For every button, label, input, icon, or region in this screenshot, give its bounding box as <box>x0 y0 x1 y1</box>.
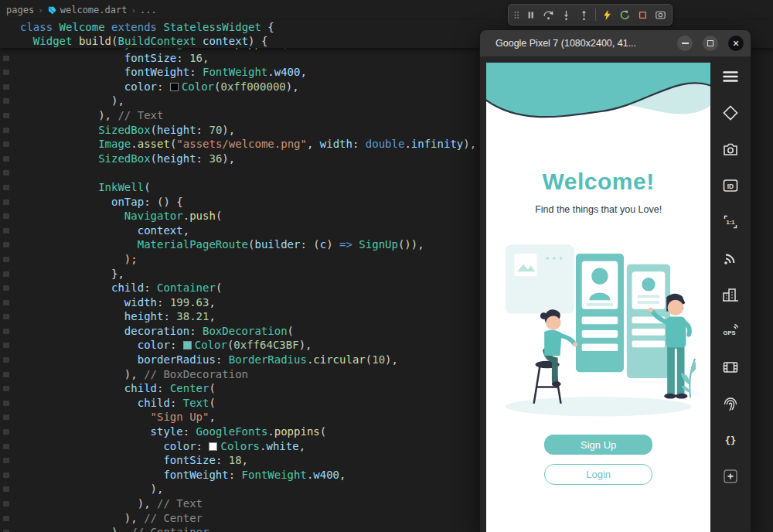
stop-icon[interactable] <box>634 6 652 24</box>
fingerprint-icon[interactable] <box>721 394 740 413</box>
wave-header-graphic <box>486 63 710 136</box>
breadcrumb-item[interactable]: ... <box>140 5 157 15</box>
dart-icon <box>47 5 57 15</box>
phone-screen: Welcome! Find the things that you Love! <box>486 63 710 532</box>
rotate-icon[interactable] <box>721 104 740 122</box>
step-out-icon[interactable] <box>575 6 593 24</box>
close-button[interactable]: × <box>728 36 744 51</box>
breadcrumb-item[interactable]: welcome.dart <box>47 5 128 15</box>
network-icon[interactable] <box>721 249 740 268</box>
welcome-illustration <box>501 238 696 419</box>
breadcrumb-item[interactable]: pages <box>6 5 34 15</box>
city-icon[interactable] <box>721 285 740 304</box>
color-swatch <box>183 341 192 350</box>
emulator-side-toolbar: ID1:1GPS{} <box>710 56 751 532</box>
hot-restart-icon[interactable] <box>616 6 634 24</box>
device-id-icon[interactable]: ID <box>721 176 740 195</box>
toolbar-divider <box>595 9 596 21</box>
gps-icon[interactable]: GPS <box>721 322 740 340</box>
gripper-icon[interactable] <box>511 6 522 24</box>
login-button[interactable]: Login <box>544 464 652 485</box>
svg-text:{}: {} <box>725 435 736 446</box>
step-into-icon[interactable] <box>557 6 575 24</box>
code-braces-icon[interactable]: {} <box>721 431 740 449</box>
emulator-window: Google Pixel 7 (1080x2400, 41... × Welco… <box>479 29 751 532</box>
emulator-window-title: Google Pixel 7 (1080x2400, 41... <box>495 38 667 49</box>
close-icon: × <box>733 37 739 49</box>
app-subtitle: Find the things that you Love! <box>535 204 662 215</box>
minimize-button[interactable] <box>677 36 693 51</box>
actual-size-icon[interactable]: 1:1 <box>721 213 740 231</box>
svg-text:ID: ID <box>727 182 734 190</box>
maximize-icon <box>707 40 713 46</box>
video-icon[interactable] <box>721 358 740 377</box>
capture-icon[interactable] <box>721 140 740 159</box>
color-swatch <box>209 442 217 451</box>
hot-reload-icon[interactable] <box>598 6 616 24</box>
svg-text:1:1: 1:1 <box>727 219 735 226</box>
emulator-titlebar[interactable]: Google Pixel 7 (1080x2400, 41... × <box>480 30 751 56</box>
step-over-icon[interactable] <box>540 6 557 24</box>
svg-text:GPS: GPS <box>724 329 736 336</box>
breadcrumb-separator: › <box>131 5 136 15</box>
color-swatch <box>170 83 179 91</box>
signup-button[interactable]: Sign Up <box>544 435 652 455</box>
app-title: Welcome! <box>543 169 655 195</box>
add-icon[interactable] <box>721 467 740 486</box>
minimize-icon <box>682 43 689 44</box>
breadcrumb-separator: › <box>38 5 43 15</box>
menu-icon[interactable] <box>721 67 740 86</box>
maximize-button[interactable] <box>703 36 718 51</box>
screenshot-icon[interactable] <box>652 6 669 24</box>
debug-toolbar <box>508 4 673 26</box>
pause-icon[interactable] <box>522 6 540 24</box>
